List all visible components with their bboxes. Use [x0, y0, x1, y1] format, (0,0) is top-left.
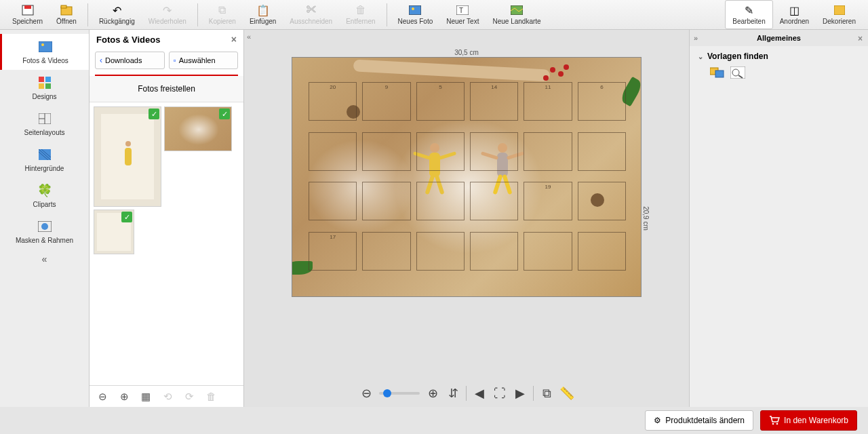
advent-door[interactable]: 6 — [578, 82, 626, 121]
fit-icon[interactable]: ⇵ — [446, 386, 460, 401]
advent-door[interactable] — [309, 182, 357, 220]
advent-door[interactable] — [362, 182, 410, 220]
undo-icon: ↶ — [110, 4, 123, 16]
paste-icon: 📋 — [256, 4, 270, 16]
remove-label: Entfernen — [346, 18, 375, 25]
advent-door[interactable]: 17 — [309, 232, 357, 271]
zoom-slider[interactable] — [379, 392, 420, 395]
remove-button[interactable]: 🗑 Entfernen — [339, 0, 382, 29]
svg-point-5 — [412, 7, 414, 10]
zoom-out-icon[interactable]: ⊖ — [95, 391, 110, 403]
advent-door[interactable] — [470, 132, 518, 171]
sidebar-collapse-button[interactable]: « — [42, 254, 47, 264]
advent-door[interactable]: 11 — [524, 82, 572, 121]
paste-button[interactable]: 📋 Einfügen — [243, 0, 283, 29]
advent-door[interactable] — [416, 182, 465, 220]
template-browse-icon[interactable] — [730, 66, 745, 79]
delete-icon: 🗑 — [203, 391, 218, 402]
template-swap-icon[interactable] — [710, 66, 725, 79]
sidebar-label: Hintergründe — [3, 165, 86, 172]
new-photo-button[interactable]: Neues Foto — [391, 0, 440, 29]
check-icon: ✓ — [121, 212, 132, 222]
grid-icon[interactable]: ▦ — [138, 391, 153, 403]
downloads-button[interactable]: ‹ Downloads — [95, 52, 165, 69]
undo-button[interactable]: ↶ Rückgängig — [92, 0, 142, 29]
advent-door[interactable] — [470, 232, 518, 271]
advent-door[interactable] — [578, 182, 626, 220]
cart-label: In den Warenkorb — [784, 416, 848, 425]
advent-door[interactable]: 5 — [416, 82, 465, 121]
arrange-icon: ◫ — [787, 4, 801, 16]
check-icon: ✓ — [219, 108, 230, 119]
close-icon[interactable]: × — [858, 34, 863, 43]
advent-door[interactable] — [578, 232, 626, 271]
svg-rect-3 — [61, 5, 66, 8]
folder-icon: ▫ — [174, 56, 176, 65]
berry-decoration — [543, 75, 549, 81]
zoom-in-icon[interactable]: ⊕ — [117, 391, 132, 403]
advent-door[interactable] — [362, 232, 410, 271]
redo-button[interactable]: ↷ Wiederholen — [142, 0, 193, 29]
zoom-in-icon[interactable]: ⊕ — [425, 386, 440, 401]
advent-door[interactable]: 9 — [362, 82, 410, 121]
arrange-tab[interactable]: ◫ Anordnen — [773, 0, 816, 29]
collapse-right-icon[interactable]: » — [694, 34, 698, 42]
sidebar-item-designs[interactable]: Designs — [0, 70, 89, 106]
sidebar-item-masks[interactable]: Masken & Rahmen — [0, 214, 89, 250]
sidebar-label: Cliparts — [3, 201, 86, 208]
advent-door[interactable]: 20 — [309, 82, 357, 121]
thumbnail[interactable]: ✓ — [94, 106, 161, 207]
snap-icon[interactable]: ⧉ — [539, 387, 554, 401]
ruler-icon[interactable]: 📏 — [559, 386, 574, 401]
advent-door[interactable] — [524, 132, 572, 171]
sidebar-item-photos[interactable]: Fotos & Videos — [0, 34, 89, 70]
prev-page-icon[interactable]: ◀ — [472, 386, 487, 401]
layouts-icon — [37, 111, 52, 126]
berry-decoration — [564, 64, 569, 70]
collapse-left-icon[interactable]: « — [247, 33, 251, 41]
cut-icon: ✀ — [304, 4, 318, 16]
copy-button[interactable]: ⧉ Kopieren — [202, 0, 243, 29]
advent-door[interactable] — [524, 232, 572, 271]
main-toolbar: Speichern Öffnen ↶ Rückgängig ↷ Wiederho… — [0, 0, 868, 30]
zoom-out-icon[interactable]: ⊖ — [359, 386, 374, 401]
decorate-tab[interactable]: Dekorieren — [816, 0, 863, 29]
product-details-button[interactable]: ⚙ Produktdetails ändern — [645, 410, 753, 431]
sidebar-item-backgrounds[interactable]: Hintergründe — [0, 142, 89, 178]
gear-icon: ⚙ — [654, 416, 661, 425]
decorate-icon — [833, 4, 846, 16]
cut-label: Ausschneiden — [290, 18, 332, 25]
advent-door[interactable] — [362, 132, 410, 171]
rotate-right-icon: ⟳ — [182, 391, 197, 403]
add-to-cart-button[interactable]: In den Warenkorb — [760, 410, 857, 431]
new-text-label: Neuer Text — [446, 18, 479, 25]
next-page-icon[interactable]: ▶ — [513, 386, 528, 401]
advent-door[interactable] — [470, 182, 518, 220]
open-button[interactable]: Öffnen — [50, 0, 83, 29]
fullscreen-icon[interactable]: ⛶ — [492, 387, 507, 401]
advent-door[interactable] — [309, 132, 357, 171]
close-icon[interactable]: × — [231, 34, 237, 45]
sidebar-item-cliparts[interactable]: 🍀 Cliparts — [0, 178, 89, 214]
new-text-button[interactable]: T Neuer Text — [439, 0, 486, 29]
thumbnail[interactable]: ✓ — [164, 106, 232, 151]
new-map-button[interactable]: Neue Landkarte — [486, 0, 547, 29]
advent-door[interactable] — [578, 132, 626, 171]
footer: ⚙ Produktdetails ändern In den Warenkorb — [0, 407, 868, 434]
advent-door[interactable]: 19 — [524, 182, 572, 220]
templates-section-toggle[interactable]: ⌄ Vorlagen finden — [698, 52, 860, 61]
save-button[interactable]: Speichern — [5, 0, 50, 29]
thumbnail[interactable]: ✓ — [94, 210, 134, 254]
sidebar-label: Seitenlayouts — [3, 129, 86, 136]
product-canvas[interactable]: 2095141161917 — [292, 57, 642, 297]
advent-door[interactable]: 14 — [470, 82, 518, 121]
edit-tab[interactable]: ✎ Bearbeiten — [725, 0, 772, 29]
trash-icon: 🗑 — [354, 4, 368, 16]
advent-door[interactable] — [416, 132, 465, 171]
advent-door[interactable] — [416, 232, 465, 271]
cut-button[interactable]: ✀ Ausschneiden — [283, 0, 339, 29]
sidebar-item-layouts[interactable]: Seitenlayouts — [0, 106, 89, 142]
select-folder-button[interactable]: ▫ Auswählen — [169, 52, 239, 69]
crop-photos-button[interactable]: Fotos freistellen — [90, 76, 243, 102]
sidebar-label: Masken & Rahmen — [3, 237, 86, 244]
